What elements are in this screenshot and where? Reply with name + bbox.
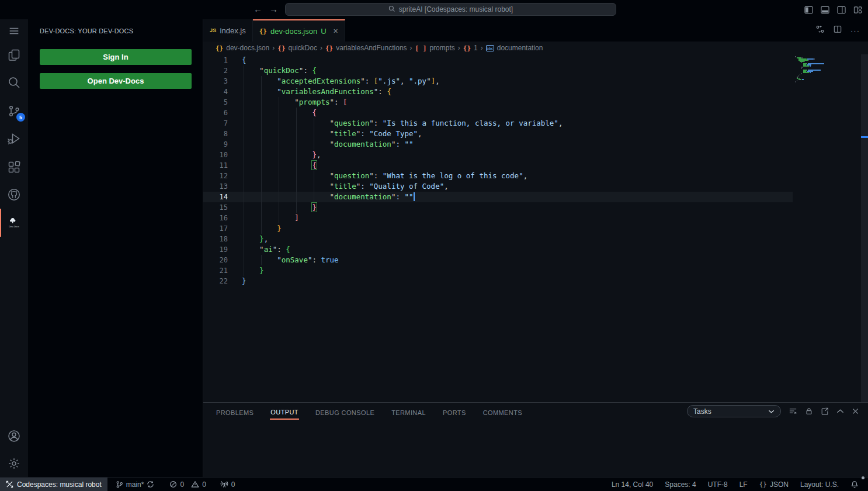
breadcrumb-item-variablesAndFunctions[interactable]: {}variablesAndFunctions xyxy=(325,44,407,52)
indent-guide xyxy=(296,160,297,171)
scrollbar[interactable] xyxy=(861,54,868,402)
problems-indicator[interactable]: 0 0 xyxy=(165,478,210,491)
notifications-bell[interactable] xyxy=(846,478,863,491)
activity-bar-item-settings[interactable] xyxy=(8,457,21,471)
code-line-1[interactable]: 1{ xyxy=(203,55,793,65)
code-line-6[interactable]: 6 { xyxy=(203,108,793,118)
activity-bar-item-menu[interactable] xyxy=(8,25,20,37)
panel-tab-debug-console[interactable]: DEBUG CONSOLE xyxy=(315,404,375,419)
editor[interactable]: 1{2 "quickDoc": {3 "acceptedExtensions":… xyxy=(203,54,868,402)
code-line-11[interactable]: 11 { xyxy=(203,160,793,171)
code-line-4[interactable]: 4 "variablesAndFunctions": { xyxy=(203,87,793,97)
git-branch-icon xyxy=(116,480,123,489)
indent-guide xyxy=(296,192,297,202)
close-tab-icon[interactable]: × xyxy=(334,26,338,36)
indentation[interactable]: Spaces: 4 xyxy=(660,478,700,491)
indent-guide xyxy=(296,139,297,150)
toggle-panel-icon[interactable] xyxy=(821,6,829,14)
search-icon xyxy=(7,75,21,89)
tab-dev-docs.json[interactable]: {}dev-docs.jsonU× xyxy=(253,19,345,42)
breadcrumb-item-documentation[interactable]: abcdocumentation xyxy=(486,44,543,52)
language-mode[interactable]: {} JSON xyxy=(755,478,793,491)
open-changes-icon[interactable] xyxy=(815,25,825,36)
lock-icon[interactable] xyxy=(805,407,813,416)
toggle-sidebar-icon[interactable] xyxy=(804,6,813,14)
code-line-3[interactable]: 3 "acceptedExtensions": [".js", ".py"], xyxy=(203,76,793,87)
sign-in-button[interactable]: Sign In xyxy=(40,49,192,65)
code-line-9[interactable]: 9 "documentation": "" xyxy=(203,139,793,150)
code-line-18[interactable]: 18 }, xyxy=(203,234,793,244)
activity-bar-item-run-debug[interactable] xyxy=(7,132,21,146)
forward-icon[interactable]: → xyxy=(269,0,278,19)
code-line-14[interactable]: 14 "documentation": "" xyxy=(203,192,793,202)
code-area[interactable]: 1{2 "quickDoc": {3 "acceptedExtensions":… xyxy=(203,55,793,286)
remote-indicator[interactable]: Codespaces: musical robot xyxy=(0,478,107,491)
breadcrumb-label: documentation xyxy=(497,44,543,52)
activity-bar-item-github[interactable] xyxy=(7,188,21,202)
breadcrumb-item-quickDoc[interactable]: {}quickDoc xyxy=(277,44,317,52)
editor-group: JSindex.js{}dev-docs.jsonU× ··· {}dev-do… xyxy=(203,19,868,477)
warning-count: 0 xyxy=(202,480,206,489)
status-bar: Codespaces: musical robot main* 0 0 0 Ln… xyxy=(0,477,868,491)
split-editor-icon[interactable] xyxy=(834,25,842,36)
code-line-16[interactable]: 16 ] xyxy=(203,213,793,223)
code-line-10[interactable]: 10 }, xyxy=(203,150,793,160)
code-line-22[interactable]: 22} xyxy=(203,276,793,286)
clear-output-icon[interactable] xyxy=(789,407,797,416)
indent-guide xyxy=(244,97,244,108)
breadcrumb-item-dev-docs.json[interactable]: {}dev-docs.json xyxy=(216,44,269,52)
ports-indicator[interactable]: 0 xyxy=(216,478,240,491)
code-line-2[interactable]: 2 "quickDoc": { xyxy=(203,65,793,76)
panel-tab-ports[interactable]: PORTS xyxy=(442,404,467,419)
menu-icon xyxy=(8,25,20,37)
eol[interactable]: LF xyxy=(735,478,752,491)
branch-indicator[interactable]: main* xyxy=(111,478,159,491)
keyboard-layout[interactable]: Layout: U.S. xyxy=(796,478,843,491)
indent-guide xyxy=(244,223,244,234)
activity-bar-item-source-control[interactable]: 5 xyxy=(7,104,21,118)
back-icon[interactable]: ← xyxy=(254,0,262,19)
code-line-20[interactable]: 20 "onSave": true xyxy=(203,255,793,265)
encoding[interactable]: UTF-8 xyxy=(703,478,732,491)
code-line-7[interactable]: 7 "question": "Is this a function, class… xyxy=(203,118,793,129)
panel-tab-terminal[interactable]: TERMINAL xyxy=(391,404,426,419)
breadcrumb-item-prompts[interactable]: [ ]prompts xyxy=(415,44,455,52)
breadcrumb-item-1[interactable]: {}1 xyxy=(463,44,478,52)
more-actions-icon[interactable]: ··· xyxy=(850,26,860,35)
code-line-13[interactable]: 13 "title": "Quality of Code", xyxy=(203,181,793,192)
close-panel-icon[interactable] xyxy=(852,407,859,415)
code-line-19[interactable]: 19 "ai": { xyxy=(203,244,793,255)
panel-tab-problems[interactable]: PROBLEMS xyxy=(216,404,254,419)
line-number: 1 xyxy=(203,55,228,65)
indent-guide xyxy=(261,255,262,265)
indent-guide xyxy=(261,76,262,87)
cursor-position[interactable]: Ln 14, Col 40 xyxy=(607,478,658,491)
line-text: ] xyxy=(228,213,299,223)
customize-layout-icon[interactable] xyxy=(853,6,862,14)
code-line-15[interactable]: 15 } xyxy=(203,202,793,213)
line-text: "ai": { xyxy=(228,244,290,255)
maximize-panel-icon[interactable] xyxy=(836,409,844,414)
code-line-5[interactable]: 5 "prompts": [ xyxy=(203,97,793,108)
activity-bar-item-search[interactable] xyxy=(7,75,21,89)
toggle-secondary-sidebar-icon[interactable] xyxy=(837,6,846,14)
panel-tab-comments[interactable]: COMMENTS xyxy=(482,404,523,419)
tab-index.js[interactable]: JSindex.js xyxy=(203,19,253,42)
code-line-12[interactable]: 12 "question": "What is the log o of thi… xyxy=(203,171,793,181)
minimap[interactable] xyxy=(793,56,861,82)
output-channel-select[interactable]: Tasks xyxy=(687,405,781,417)
code-line-21[interactable]: 21 } xyxy=(203,265,793,276)
activity-bar-item-extensions[interactable] xyxy=(7,160,21,174)
indent-guide xyxy=(244,265,244,276)
activity-bar-item-explorer[interactable] xyxy=(7,48,21,62)
sync-icon xyxy=(147,480,154,488)
command-center-search[interactable]: spriteAI [Codespaces: musical robot] xyxy=(285,3,616,16)
open-output-in-editor-icon[interactable] xyxy=(821,407,829,416)
panel-tab-output[interactable]: OUTPUT xyxy=(270,404,299,420)
activity-bar-item-dev-docs[interactable]: Dev-Docs xyxy=(9,218,19,228)
open-dev-docs-button[interactable]: Open Dev-Docs xyxy=(40,73,192,89)
code-line-8[interactable]: 8 "title": "Code Type", xyxy=(203,129,793,139)
line-text: }, xyxy=(228,150,321,160)
code-line-17[interactable]: 17 } xyxy=(203,223,793,234)
activity-bar-item-account[interactable] xyxy=(7,429,21,443)
